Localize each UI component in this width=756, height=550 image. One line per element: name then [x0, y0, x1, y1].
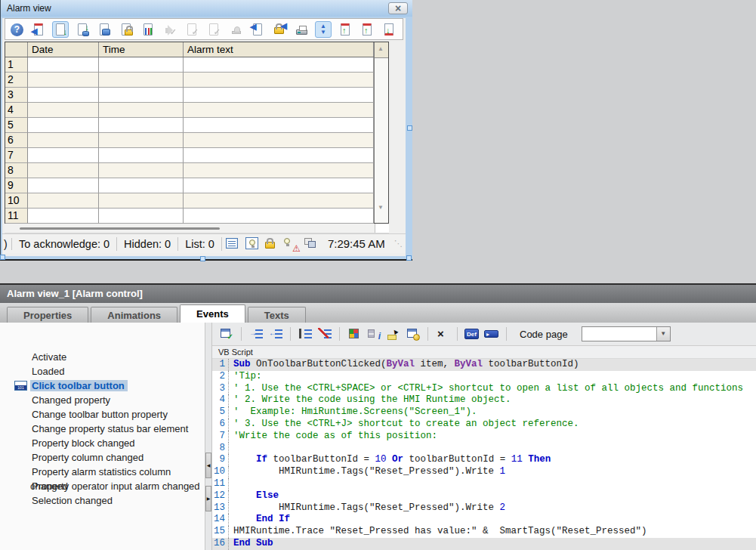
event-item-property-alarm-statistics-column-changed[interactable]: Property alarm statistics column changed [0, 465, 205, 479]
column-header[interactable]: Alarm text [184, 42, 374, 57]
windows-icon[interactable] [302, 236, 320, 252]
hint-icon[interactable] [243, 236, 261, 252]
code-line[interactable]: 16End Sub [212, 538, 756, 550]
validate-script-icon[interactable]: ✓ [219, 326, 234, 341]
display-log-icon[interactable]: ↓ [74, 21, 91, 38]
help-icon[interactable]: ? [8, 21, 25, 38]
code-line[interactable]: 7'Write the code as of this position: [212, 431, 756, 443]
scroll-down-arrow-icon[interactable]: ▼ [378, 204, 384, 211]
table-row[interactable]: 6 [5, 133, 374, 148]
tab-events[interactable]: Events [180, 304, 245, 323]
tab-texts[interactable]: Texts [248, 307, 306, 323]
code-line[interactable]: 8 [212, 443, 756, 455]
statistics-icon[interactable] [140, 21, 156, 38]
symbol-list-icon[interactable] [347, 326, 362, 341]
event-item-activate[interactable]: Activate [0, 350, 205, 364]
code-line[interactable]: 10 HMIRuntime.Tags("Reset_Pressed").Writ… [212, 466, 756, 478]
scroll-last-icon[interactable]: ↓ [381, 21, 397, 38]
close-button[interactable]: × [388, 2, 408, 14]
collapse-left-icon[interactable]: ◀ [205, 453, 211, 478]
console-icon[interactable]: ▸ [484, 326, 499, 341]
alarm-list-status-icon[interactable] [224, 236, 242, 252]
table-row[interactable]: 11 [5, 209, 374, 224]
acknowledge-icon[interactable]: ✓ [184, 21, 200, 38]
vertical-scrollbar[interactable]: ▲ ▼ [374, 42, 388, 223]
alarm-list-icon[interactable]: ↓ [52, 21, 69, 38]
event-item-property-operator-input-alarm-changed[interactable]: Property operator input alarm changed [0, 479, 205, 493]
scroll-up-icon[interactable]: ↑ [359, 21, 375, 38]
event-item-property-column-changed[interactable]: Property column changed [0, 450, 205, 465]
tab-animations[interactable]: Animations [91, 307, 177, 323]
table-row[interactable]: 8 [5, 163, 374, 178]
code-line[interactable]: 9 If toolbarButtonId = 10 Or toolbarButt… [212, 454, 756, 466]
code-line[interactable]: 11 [212, 478, 756, 490]
code-line[interactable]: 15HMIRuntime.Trace "Reset_Pressed has va… [212, 526, 756, 538]
acknowledge-group-icon[interactable]: ✓ [205, 21, 222, 38]
resize-grip-icon[interactable]: ⋱ [394, 239, 403, 249]
table-row[interactable]: 9 [5, 178, 374, 193]
loop-in-alarm-icon[interactable]: ◀ [30, 21, 47, 38]
event-item-changed-property[interactable]: Changed property [0, 393, 205, 407]
delete-icon[interactable]: × [435, 326, 450, 341]
column-header[interactable]: Time [99, 42, 184, 57]
row-number-header [5, 42, 28, 57]
code-line[interactable]: 4' 2. Write the code using the HMI Runti… [212, 394, 756, 406]
code-line[interactable]: 12 Else [212, 490, 756, 502]
alarm-warning-icon[interactable]: ⚠ [282, 236, 301, 252]
object-info-icon[interactable]: i [366, 326, 381, 341]
code-line[interactable]: 2'Tip: [212, 371, 756, 383]
event-item-change-toolbar-button-property[interactable]: Change toolbar button property [0, 407, 205, 422]
hide-structure-icon[interactable] [317, 326, 332, 341]
code-line[interactable]: 3' 1. Use the <CTRL+SPACE> or <CTRL+I> s… [212, 383, 756, 395]
code-text: ' 2. Write the code using the HMI Runtim… [233, 394, 511, 406]
table-row[interactable]: 1 [5, 57, 374, 73]
unlock-display-icon[interactable]: ◀ [271, 21, 288, 38]
pointer-mode-icon[interactable]: ▲ [386, 326, 401, 341]
event-item-change-property-status-bar-element[interactable]: Change property status bar element [0, 422, 205, 436]
scroll-first-icon[interactable]: ↑ [337, 21, 353, 38]
column-header[interactable]: Date [28, 42, 99, 57]
selection-handle[interactable] [406, 255, 412, 261]
code-line[interactable]: 14 End If [212, 514, 756, 526]
event-item-loaded[interactable]: Loaded [0, 364, 205, 379]
selection-handle[interactable] [407, 125, 412, 131]
alarm-view-titlebar[interactable]: Alarm view × [1, 0, 412, 17]
code-page-select[interactable]: ▼ [582, 326, 671, 341]
lock-display-icon[interactable] [118, 21, 134, 38]
table-row[interactable]: 7 [5, 148, 374, 163]
collapse-right-icon[interactable]: ▶ [205, 486, 211, 511]
event-item-selection-changed[interactable]: Selection changed [0, 493, 205, 508]
lock-status-icon[interactable] [263, 236, 281, 252]
table-row[interactable]: 4 [5, 103, 374, 118]
pane-splitter[interactable]: ◀ ▶ [205, 323, 212, 550]
info-text-icon[interactable]: ◀ [249, 21, 266, 38]
definition-icon[interactable]: Def [464, 326, 480, 341]
print-icon[interactable] [293, 21, 310, 38]
insert-object-icon[interactable] [406, 326, 421, 341]
acknowledge-central-signal-icon[interactable]: ✓ [162, 21, 178, 38]
outdent-icon[interactable]: ← [268, 326, 283, 341]
table-row[interactable]: 2 [5, 73, 374, 88]
indent-icon[interactable]: → [248, 326, 264, 341]
scroll-up-arrow-icon[interactable]: ▲ [378, 45, 384, 52]
code-line[interactable]: 1Sub OnToolbarButtonClicked(ByVal item, … [212, 359, 756, 371]
tab-properties[interactable]: Properties [7, 307, 88, 323]
selection-handle[interactable] [0, 255, 5, 260]
event-item-property-block-changed[interactable]: Property block changed [0, 436, 205, 450]
code-line[interactable]: 6' 3. Use the <CTRL+J> shortcut to creat… [212, 419, 756, 431]
horizontal-scrollbar[interactable] [5, 224, 389, 233]
archive-icon[interactable] [96, 21, 113, 38]
selection-handle[interactable] [200, 256, 205, 261]
chevron-down-icon[interactable]: ▼ [656, 327, 670, 341]
table-row[interactable]: 5 [5, 118, 374, 133]
code-line[interactable]: 13 HMIRuntime.Tags("Reset_Pressed").Writ… [212, 502, 756, 514]
code-area[interactable]: 1Sub OnToolbarButtonClicked(ByVal item, … [212, 359, 756, 550]
event-item-click-toolbar-button[interactable]: Click toolbar button [0, 379, 205, 393]
table-row[interactable]: 10 [5, 193, 374, 209]
code-line[interactable]: 5' Example: HmiRuntime.Screens("Screen_1… [212, 406, 756, 419]
sort-icon[interactable]: ▲▼ [315, 21, 332, 38]
show-structure-icon[interactable] [298, 326, 313, 341]
scrollbar-thumb[interactable] [20, 227, 220, 230]
emergency-acknowledge-icon[interactable] [227, 21, 244, 38]
table-row[interactable]: 3 [5, 88, 374, 103]
